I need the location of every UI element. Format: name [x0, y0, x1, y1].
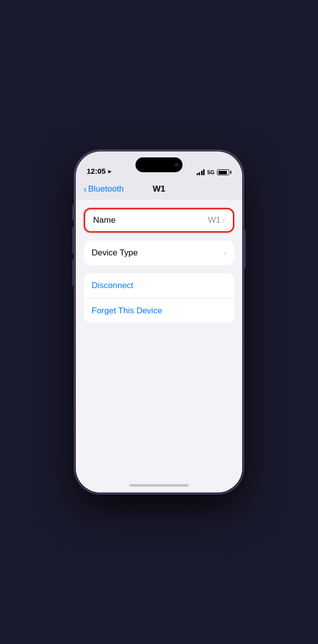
dynamic-island	[136, 157, 183, 172]
battery-fill	[218, 171, 227, 174]
content-area: Name W1 › Device Type › Disconnect Forge…	[76, 200, 242, 478]
home-indicator-bar	[129, 484, 189, 487]
camera-dot	[175, 163, 179, 167]
volume-down-button[interactable]	[72, 259, 74, 286]
name-row[interactable]: Name W1 ›	[84, 208, 234, 233]
signal-bar-4	[203, 169, 205, 175]
battery-tip	[230, 171, 231, 174]
phone-screen: 12:05 ► 5G	[76, 151, 242, 493]
back-label: Bluetooth	[88, 184, 124, 194]
back-button[interactable]: ‹ Bluetooth	[84, 184, 124, 195]
device-type-label: Device Type	[92, 248, 138, 258]
signal-bar-1	[197, 173, 198, 175]
device-type-chevron-icon: ›	[224, 249, 226, 257]
network-type: 5G	[207, 169, 214, 175]
forget-device-row[interactable]: Forget This Device	[84, 298, 234, 323]
location-icon: ►	[107, 168, 112, 174]
signal-bar-2	[199, 172, 200, 175]
name-value-container: W1 ›	[208, 215, 225, 225]
home-indicator-area	[76, 478, 242, 493]
battery-indicator	[217, 169, 231, 175]
device-type-row[interactable]: Device Type ›	[84, 241, 234, 265]
back-chevron-icon: ‹	[84, 184, 87, 195]
name-label: Name	[93, 215, 115, 225]
name-chevron-icon: ›	[222, 216, 225, 224]
battery-body	[217, 169, 229, 175]
phone-frame: 12:05 ► 5G	[74, 150, 244, 494]
forget-label: Forget This Device	[92, 306, 162, 316]
volume-up-button[interactable]	[72, 227, 74, 254]
mute-button[interactable]	[72, 204, 74, 220]
time-display: 12:05	[87, 167, 106, 175]
nav-bar: ‹ Bluetooth W1	[76, 178, 242, 200]
signal-bars	[197, 169, 205, 175]
status-right: 5G	[197, 169, 231, 175]
nav-title: W1	[153, 184, 165, 194]
disconnect-label: Disconnect	[92, 281, 133, 291]
power-button[interactable]	[244, 229, 246, 269]
disconnect-row[interactable]: Disconnect	[84, 273, 234, 298]
action-group: Disconnect Forget This Device	[84, 273, 234, 323]
name-value: W1	[208, 215, 221, 225]
status-time: 12:05 ►	[87, 167, 112, 175]
signal-bar-3	[201, 171, 203, 175]
